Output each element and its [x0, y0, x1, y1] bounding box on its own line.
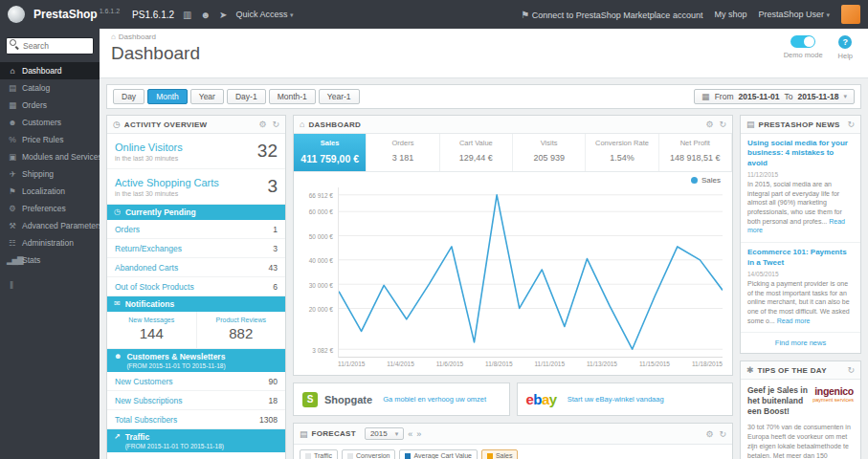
ebay-module-ad[interactable]: ebay Start uw eBay-winkel vandaag [517, 382, 734, 416]
forecast-series-toggle[interactable]: Average Cart Value [399, 449, 477, 459]
notifications-grid: New Messages 144 Product Reviews 882 [107, 312, 285, 349]
sidebar-item-label: Advanced Parameters [22, 221, 100, 230]
refresh-icon[interactable]: ↻ [719, 120, 726, 129]
y-tick-label: 20 000 € [309, 306, 333, 313]
kpi-tile[interactable]: Net Profit 148 918,51 € [659, 134, 732, 171]
notifications-header: ✉ Notifications [107, 296, 285, 312]
pending-row[interactable]: Out of Stock Products 6 [107, 277, 285, 296]
x-tick-label: 11/4/2015 [387, 361, 413, 367]
sidebar-item-icon: ⚑ [7, 186, 17, 196]
main-area: ⌂ Dashboard Dashboard Demo mode ? Help D… [100, 29, 868, 459]
pending-row[interactable]: Return/Exchanges 3 [107, 239, 285, 258]
forecast-year-select[interactable]: 2015 ▾ [365, 427, 404, 440]
marketplace-link[interactable]: ⚑ Connect to PrestaShop Marketplace acco… [521, 10, 702, 20]
prestashop-news-panel: ▤ PRESTASHOP NEWS ↻ Using social media f… [740, 115, 861, 354]
my-shop-link[interactable]: My shop [714, 10, 746, 19]
online-visitors-link[interactable]: Online Visitors [115, 142, 183, 153]
kpi-tile[interactable]: Sales 411 759,00 € [294, 134, 367, 171]
previous-year-button[interactable]: « [408, 429, 412, 439]
sidebar-item[interactable]: ☻ Customers [0, 114, 100, 131]
search-input[interactable] [6, 37, 94, 55]
person-icon[interactable]: ☻ [200, 10, 211, 20]
gear-icon[interactable]: ⚙ [705, 429, 713, 439]
next-year-button[interactable]: » [416, 429, 421, 439]
page-title: Dashboard [111, 43, 857, 64]
shopgate-module-ad[interactable]: S Shopgate Ga mobiel en verhoog uw omzet [293, 382, 510, 416]
forecast-series-toggle[interactable]: Conversion [342, 449, 395, 459]
launch-icon[interactable]: ➤ [219, 10, 227, 20]
sidebar-item[interactable]: ⚑ Localization [0, 183, 100, 200]
sidebar-item[interactable]: ▣ Modules and Services [0, 148, 100, 165]
sidebar-item[interactable]: ⚙ Preferences [0, 200, 100, 217]
sidebar-item[interactable]: ✈ Shipping [0, 165, 100, 183]
sidebar-item-icon: ⚒ [7, 221, 17, 230]
quick-access-menu[interactable]: Quick Access ▾ [235, 10, 293, 19]
date-range-button[interactable]: Year-1 [319, 89, 360, 104]
cart-icon[interactable]: ▥ [183, 10, 191, 20]
refresh-icon[interactable]: ↻ [272, 120, 279, 129]
refresh-icon[interactable]: ↻ [719, 429, 726, 439]
sidebar-item-icon: ☷ [7, 238, 17, 248]
tips-panel-title: TIPS OF THE DAY [758, 366, 827, 375]
active-carts-link[interactable]: Active Shopping Carts [115, 177, 219, 188]
sidebar-item[interactable]: ▤ Catalog [0, 79, 100, 97]
sidebar: ⌂ Dashboard ▤ Catalog ▦ Orders ☻ Custome… [0, 29, 100, 459]
gear-icon[interactable]: ⚙ [258, 120, 266, 129]
pending-row[interactable]: Abandoned Carts 43 [107, 258, 285, 277]
shopgate-cta-link[interactable]: Ga mobiel en verhoog uw omzet [383, 395, 486, 404]
pending-row[interactable]: Orders 1 [107, 220, 285, 239]
date-range-button[interactable]: Day [113, 89, 145, 104]
date-range-button[interactable]: Month [147, 89, 188, 104]
sidebar-item-label: Modules and Services [22, 152, 100, 162]
notification-cell[interactable]: Product Reviews 882 [196, 312, 286, 348]
news-headline-link[interactable]: Using social media for your business: 4 … [747, 139, 854, 168]
forecast-series-toggle[interactable]: Traffic [300, 449, 338, 459]
sidebar-item[interactable]: ▦ Orders [0, 97, 100, 114]
sidebar-item[interactable]: % Price Rules [0, 131, 100, 148]
search-icon [10, 39, 16, 46]
ebay-cta-link[interactable]: Start uw eBay-winkel vandaag [568, 395, 664, 404]
help-icon[interactable]: ? [838, 35, 852, 49]
sidebar-item[interactable]: ⚒ Advanced Parameters [0, 217, 100, 234]
google-analytics-link[interactable]: ↗ Link to your Google Analytics account [107, 452, 285, 459]
news-date: 11/12/2015 [747, 171, 854, 178]
sidebar-item[interactable]: ⌂ Dashboard [0, 62, 100, 79]
notification-cell[interactable]: New Messages 144 [107, 312, 196, 348]
notifications-title: Notifications [125, 299, 174, 309]
find-more-news-link[interactable]: Find more news [741, 333, 860, 353]
sidebar-item[interactable]: ▂▅▇ Stats [0, 251, 100, 269]
kpi-row: Sales 411 759,00 € Orders 3 181 Cart Val… [294, 134, 732, 172]
shop-name-link[interactable]: PS1.6.1.2 [132, 10, 174, 20]
date-range-button[interactable]: Month-1 [269, 89, 316, 104]
kpi-tile[interactable]: Conversion Rate 1.54% [586, 134, 658, 171]
refresh-icon[interactable]: ↻ [847, 120, 855, 129]
sidebar-collapse-button[interactable]: ‖ [0, 269, 100, 302]
chart-legend[interactable]: Sales [691, 176, 721, 185]
activity-panel-title: ACTIVITY OVERVIEW [124, 120, 208, 129]
read-more-link[interactable]: Read more [777, 317, 811, 324]
customers-row[interactable]: Total Subscribers 1308 [107, 410, 285, 429]
gear-icon[interactable]: ⚙ [705, 120, 713, 129]
series-color-swatch [405, 453, 411, 459]
date-range-button[interactable]: Year [190, 89, 224, 104]
customers-row[interactable]: New Subscriptions 18 [107, 391, 285, 410]
x-tick-label: 11/6/2015 [436, 361, 463, 367]
demo-mode-toggle[interactable] [790, 35, 815, 48]
date-range-picker[interactable]: ▦ From 2015-11-01 To 2015-11-18 ▾ [694, 89, 855, 104]
user-avatar[interactable] [841, 5, 860, 24]
user-menu[interactable]: PrestaShop User ▾ [758, 10, 830, 19]
sidebar-item-label: Dashboard [22, 66, 62, 76]
sidebar-item[interactable]: ☷ Administration [0, 234, 100, 251]
caret-down-icon: ▾ [843, 93, 847, 100]
forecast-series-toggle[interactable]: Sales [481, 449, 519, 459]
breadcrumb-label: Dashboard [119, 33, 156, 41]
customers-row[interactable]: New Customers 90 [107, 372, 285, 391]
kpi-tile[interactable]: Orders 3 181 [367, 134, 439, 171]
date-range-button[interactable]: Day-1 [227, 89, 266, 104]
y-tick-label: 30 000 € [309, 281, 333, 288]
news-headline-link[interactable]: Ecommerce 101: Payments in a Tweet [747, 248, 854, 268]
kpi-tile[interactable]: Visits 205 939 [513, 134, 586, 171]
clock-icon: ◷ [114, 208, 121, 217]
kpi-tile[interactable]: Cart Value 129,44 € [440, 134, 513, 171]
refresh-icon[interactable]: ↻ [847, 365, 855, 375]
